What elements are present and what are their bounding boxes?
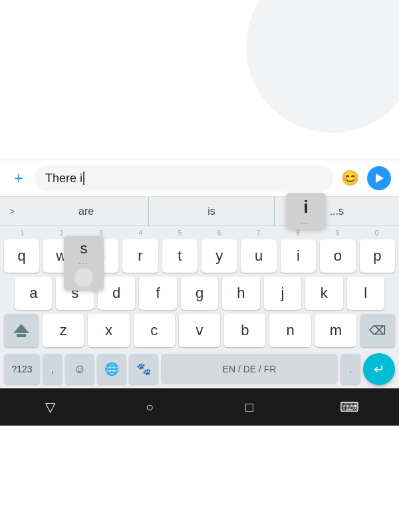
key-n[interactable]: n [269, 314, 311, 347]
circle-decoration [246, 0, 399, 133]
period-key[interactable]: . [340, 354, 360, 384]
key-g[interactable]: g [181, 277, 218, 310]
number-row: 1 2 3 4 5 6 7 8 9 0 [0, 229, 399, 238]
key-j[interactable]: j [264, 277, 301, 310]
key-l[interactable]: l [347, 277, 384, 310]
nav-bar: ▽ ○ □ ⌨ [0, 388, 399, 426]
recents-nav-button[interactable]: □ [233, 391, 265, 423]
key-b[interactable]: b [224, 314, 265, 347]
key-h[interactable]: h [222, 277, 259, 310]
keyboard-nav-button[interactable]: ⌨ [333, 391, 365, 423]
enter-key[interactable]: ↵ [363, 353, 395, 385]
globe-key[interactable]: 🌐 [97, 354, 126, 384]
paw-key[interactable]: 🐾 [129, 354, 158, 384]
num-5: 5 [160, 229, 200, 238]
popup-i-dots: ... [301, 217, 311, 225]
num-8: 8 [278, 229, 317, 238]
enter-arrow-icon: ↵ [374, 361, 385, 377]
key-a[interactable]: a [15, 277, 52, 310]
key-o[interactable]: o [320, 239, 355, 273]
popup-s-char: s [80, 240, 88, 257]
suggestions-expand-button[interactable]: > [0, 197, 24, 226]
popup-s-dots: ... [78, 257, 88, 265]
emoji-button[interactable]: 😊 [338, 170, 362, 187]
popup-i-key: i ... [286, 193, 326, 229]
key-v[interactable]: v [179, 314, 220, 347]
popup-s-circle [74, 268, 93, 287]
key-row-2: a s d f g h j k l [0, 277, 399, 310]
key-i[interactable]: i [281, 239, 316, 273]
key-c[interactable]: c [134, 314, 175, 347]
home-nav-button[interactable]: ○ [134, 391, 166, 423]
suggestion-item-is[interactable]: is [149, 197, 274, 226]
shift-bar-icon [17, 334, 26, 337]
input-text: There i [45, 172, 82, 184]
plus-button[interactable]: + [8, 169, 29, 188]
key-x[interactable]: x [88, 314, 129, 347]
top-area [0, 0, 399, 160]
text-cursor [83, 172, 84, 185]
emoji-keyboard-key[interactable]: ☺ [65, 354, 94, 384]
send-arrow-icon [376, 174, 384, 183]
key-q[interactable]: q [4, 239, 39, 273]
back-nav-button[interactable]: ▽ [34, 391, 66, 423]
message-input-field[interactable]: There i [35, 165, 333, 192]
key-t[interactable]: t [162, 239, 198, 273]
shift-key[interactable] [4, 314, 39, 347]
shift-up-icon [13, 324, 29, 333]
num-9: 9 [318, 229, 357, 238]
send-button[interactable] [367, 166, 391, 190]
suggestion-item-are[interactable]: are [24, 197, 149, 226]
input-bar: + There i 😊 [0, 160, 399, 197]
bottom-row: ?123 , ☺ 🌐 🐾 EN / DE / FR . ↵ [0, 351, 399, 387]
key-f[interactable]: f [139, 277, 176, 310]
num-4: 4 [121, 229, 160, 238]
numbers-switch-key[interactable]: ?123 [4, 354, 40, 384]
suggestions-bar: > are is ...s [0, 197, 399, 226]
key-z[interactable]: z [43, 314, 84, 347]
language-selector[interactable]: EN / DE / FR [161, 354, 338, 384]
key-u[interactable]: u [241, 239, 276, 273]
num-6: 6 [200, 229, 239, 238]
popup-i-char: i [303, 197, 308, 217]
popup-s-key: s ... [64, 236, 104, 291]
delete-key[interactable]: ⌫ [360, 314, 395, 347]
num-0: 0 [357, 229, 396, 238]
key-row-1: q w e r t y u i o p [0, 239, 399, 273]
num-7: 7 [239, 229, 278, 238]
key-p[interactable]: p [360, 239, 395, 273]
keyboard: 1 2 3 4 5 6 7 8 9 0 q w e r t y u i o p … [0, 226, 399, 388]
key-row-3: z x c v b n m ⌫ [0, 314, 399, 347]
num-1: 1 [3, 229, 42, 238]
key-m[interactable]: m [315, 314, 356, 347]
key-k[interactable]: k [305, 277, 342, 310]
comma-key[interactable]: , [43, 354, 63, 384]
key-y[interactable]: y [201, 239, 237, 273]
key-r[interactable]: r [122, 239, 158, 273]
